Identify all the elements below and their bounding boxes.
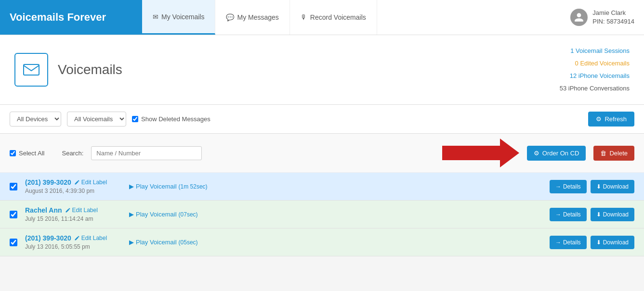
user-name: Jamie Clark bbox=[592, 9, 634, 17]
select-all-label[interactable]: Select All bbox=[10, 150, 44, 157]
play-label: Play Voicemail bbox=[136, 211, 177, 218]
nav-my-messages-label: My Messages bbox=[237, 13, 278, 21]
show-deleted-label[interactable]: Show Deleted Messages bbox=[132, 115, 210, 123]
logo-text: Voicemails Forever bbox=[10, 11, 106, 24]
select-all-text: Select All bbox=[19, 150, 44, 157]
table-row: Rachel Ann Edit Label July 15 2016, 11:1… bbox=[0, 201, 644, 228]
row-actions: → Details ⬇ Download bbox=[550, 180, 634, 193]
row-checkbox[interactable] bbox=[10, 211, 17, 218]
arrow-head bbox=[500, 139, 519, 167]
details-label: Details bbox=[563, 239, 581, 246]
nav: ✉ My Voicemails 💬 My Messages 🎙 Record V… bbox=[142, 0, 570, 35]
download-button[interactable]: ⬇ Download bbox=[591, 180, 634, 193]
stat-iphone-voicemails[interactable]: 12 iPhone Voicemails bbox=[570, 72, 630, 79]
play-icon: ▶ bbox=[129, 183, 134, 190]
user-pin: PIN: 58734914 bbox=[592, 17, 634, 26]
arrow-right-icon: → bbox=[555, 239, 561, 246]
user-area: Jamie Clark PIN: 58734914 bbox=[570, 9, 644, 26]
play-duration: (07sec) bbox=[179, 211, 198, 218]
voicemails-select[interactable]: All Voicemails bbox=[67, 112, 126, 127]
row-play: ▶ Play Voicemail (05sec) bbox=[129, 239, 542, 246]
table-row: (201) 399-3020 Edit Label August 3 2016,… bbox=[0, 173, 644, 201]
voicemail-list: (201) 399-3020 Edit Label August 3 2016,… bbox=[0, 173, 644, 256]
caller-name: Rachel Ann bbox=[25, 206, 62, 214]
caller-name: (201) 399-3020 bbox=[25, 178, 71, 186]
row-info: (201) 399-3020 Edit Label July 13 2016, … bbox=[25, 234, 121, 250]
nav-my-messages[interactable]: 💬 My Messages bbox=[215, 0, 289, 35]
row-checkbox[interactable] bbox=[10, 239, 17, 246]
red-arrow bbox=[442, 139, 519, 167]
play-duration: (1m 52sec) bbox=[179, 183, 208, 190]
details-button[interactable]: → Details bbox=[550, 236, 587, 249]
row-info: Rachel Ann Edit Label July 15 2016, 11:1… bbox=[25, 206, 121, 222]
stat-voicemail-sessions[interactable]: 1 Voicemail Sessions bbox=[570, 47, 630, 54]
select-all-checkbox[interactable] bbox=[10, 150, 16, 156]
messages-icon: 💬 bbox=[226, 13, 234, 21]
user-info: Jamie Clark PIN: 58734914 bbox=[592, 9, 634, 26]
logo: Voicemails Forever bbox=[0, 0, 142, 35]
svg-rect-0 bbox=[24, 64, 39, 75]
envelope-icon: ✉ bbox=[153, 13, 158, 21]
refresh-button[interactable]: ⚙ Refresh bbox=[588, 112, 634, 127]
arrow-right-icon: → bbox=[555, 183, 561, 190]
download-icon: ⬇ bbox=[596, 211, 601, 218]
play-voicemail-button[interactable]: ▶ Play Voicemail (05sec) bbox=[129, 239, 198, 246]
refresh-label: Refresh bbox=[605, 115, 627, 123]
mail-icon bbox=[22, 61, 40, 79]
toolbar: All Devices All Voicemails Show Deleted … bbox=[0, 105, 644, 134]
row-checkbox[interactable] bbox=[10, 183, 17, 190]
row-date: July 15 2016, 11:14:24 am bbox=[25, 215, 121, 222]
download-label: Download bbox=[603, 183, 629, 190]
row-actions: → Details ⬇ Download bbox=[550, 236, 634, 249]
row-date: August 3 2016, 4:39:30 pm bbox=[25, 188, 121, 194]
edit-label[interactable]: Edit Label bbox=[74, 179, 107, 186]
download-label: Download bbox=[603, 211, 629, 218]
nav-record-voicemails[interactable]: 🎙 Record Voicemails bbox=[290, 0, 377, 35]
download-button[interactable]: ⬇ Download bbox=[591, 208, 634, 221]
play-icon: ▶ bbox=[129, 239, 134, 246]
details-label: Details bbox=[563, 183, 581, 190]
row-name: Rachel Ann Edit Label bbox=[25, 206, 121, 214]
stat-edited-voicemails[interactable]: 0 Edited Voicemails bbox=[575, 60, 630, 67]
download-label: Download bbox=[603, 239, 629, 246]
action-bar: Select All Search: ⚙ Order On CD 🗑 Delet… bbox=[0, 134, 644, 173]
row-play: ▶ Play Voicemail (07sec) bbox=[129, 211, 542, 218]
play-voicemail-button[interactable]: ▶ Play Voicemail (1m 52sec) bbox=[129, 183, 208, 190]
devices-select[interactable]: All Devices bbox=[10, 112, 61, 127]
record-icon: 🎙 bbox=[301, 13, 307, 21]
download-icon: ⬇ bbox=[596, 239, 601, 246]
download-button[interactable]: ⬇ Download bbox=[591, 236, 634, 249]
details-button[interactable]: → Details bbox=[550, 180, 587, 193]
trash-icon: 🗑 bbox=[600, 150, 606, 157]
row-name: (201) 399-3020 Edit Label bbox=[25, 234, 121, 242]
details-button[interactable]: → Details bbox=[550, 208, 587, 221]
edit-label[interactable]: Edit Label bbox=[74, 235, 107, 241]
order-cd-label: Order On CD bbox=[542, 150, 579, 157]
page-icon bbox=[14, 53, 48, 87]
show-deleted-text: Show Deleted Messages bbox=[141, 115, 210, 123]
play-label: Play Voicemail bbox=[136, 183, 177, 190]
edit-label[interactable]: Edit Label bbox=[65, 207, 98, 214]
refresh-icon: ⚙ bbox=[596, 115, 602, 123]
show-deleted-checkbox[interactable] bbox=[132, 116, 138, 122]
order-on-cd-button[interactable]: ⚙ Order On CD bbox=[527, 146, 586, 161]
nav-my-voicemails[interactable]: ✉ My Voicemails bbox=[142, 0, 215, 35]
row-play: ▶ Play Voicemail (1m 52sec) bbox=[129, 183, 542, 190]
delete-label: Delete bbox=[609, 150, 628, 157]
nav-my-voicemails-label: My Voicemails bbox=[161, 13, 204, 21]
stat-iphone-conversations: 53 iPhone Conversations bbox=[560, 82, 630, 95]
search-input[interactable] bbox=[91, 146, 202, 160]
details-label: Details bbox=[563, 211, 581, 218]
row-actions: → Details ⬇ Download bbox=[550, 208, 634, 221]
play-voicemail-button[interactable]: ▶ Play Voicemail (07sec) bbox=[129, 211, 198, 218]
arrow-right-icon: → bbox=[555, 211, 561, 218]
caller-name: (201) 399-3020 bbox=[25, 234, 71, 242]
delete-button[interactable]: 🗑 Delete bbox=[593, 146, 634, 161]
download-icon: ⬇ bbox=[596, 183, 601, 190]
avatar bbox=[570, 9, 588, 26]
play-icon: ▶ bbox=[129, 211, 134, 218]
row-info: (201) 399-3020 Edit Label August 3 2016,… bbox=[25, 178, 121, 194]
play-label: Play Voicemail bbox=[136, 239, 177, 246]
nav-record-voicemails-label: Record Voicemails bbox=[310, 13, 366, 21]
page-title: Voicemails bbox=[58, 62, 560, 77]
